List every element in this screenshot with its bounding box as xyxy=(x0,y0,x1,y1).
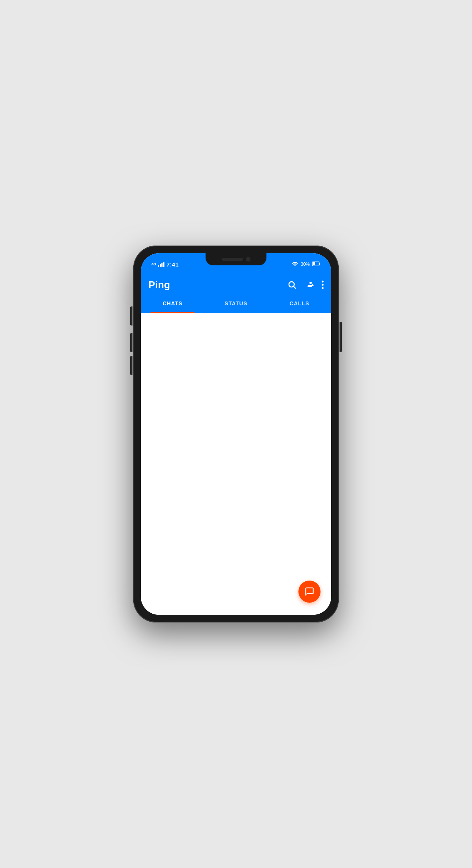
tab-calls[interactable]: CALLS xyxy=(268,294,331,313)
search-button[interactable] xyxy=(287,280,297,289)
wifi-icon xyxy=(292,261,298,268)
status-left: 4G 7:41 xyxy=(151,261,179,268)
status-time: 7:41 xyxy=(167,261,179,268)
tab-chats[interactable]: CHATS xyxy=(141,294,204,313)
status-right: 30% xyxy=(292,261,321,268)
battery-percent: 30% xyxy=(301,262,310,267)
battery-icon xyxy=(312,261,321,268)
phone-frame: 4G 7:41 30% xyxy=(133,246,339,622)
header-actions xyxy=(287,280,324,289)
svg-rect-1 xyxy=(319,263,321,265)
network-badge: 4G xyxy=(151,262,156,266)
camera xyxy=(246,257,250,262)
svg-rect-2 xyxy=(313,262,315,265)
svg-point-5 xyxy=(322,281,324,282)
phone-screen: 4G 7:41 30% xyxy=(141,253,331,615)
app-header: Ping xyxy=(141,271,331,294)
svg-line-4 xyxy=(294,287,296,289)
add-contact-button[interactable] xyxy=(304,281,314,289)
new-chat-fab[interactable] xyxy=(298,581,321,603)
tab-status[interactable]: STATUS xyxy=(204,294,268,313)
tabs-bar: CHATS STATUS CALLS xyxy=(141,294,331,313)
content-area xyxy=(141,313,331,615)
speaker xyxy=(222,258,243,261)
svg-point-7 xyxy=(322,287,324,289)
more-options-button[interactable] xyxy=(322,281,324,289)
app-title: Ping xyxy=(148,279,170,291)
svg-point-6 xyxy=(322,284,324,286)
notch xyxy=(206,253,266,265)
signal-icon xyxy=(158,262,164,267)
